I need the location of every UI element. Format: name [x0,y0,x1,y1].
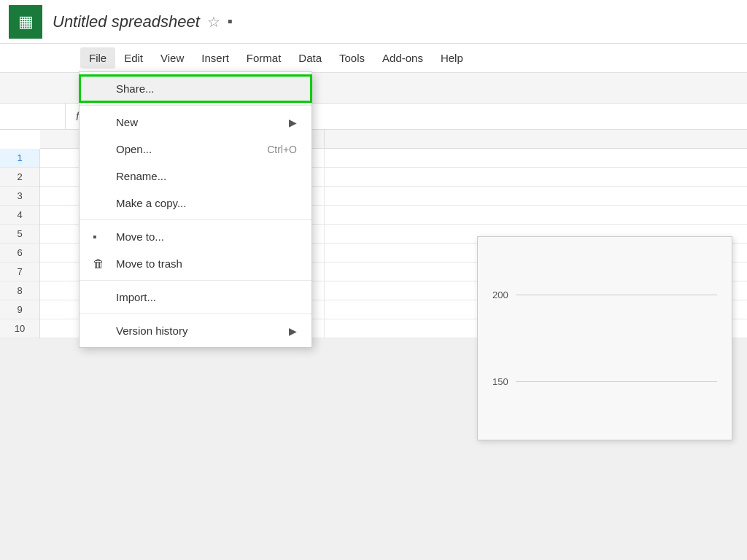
row-num-7: 7 [0,262,39,281]
menu-item-new[interactable]: New ▶ [80,109,311,136]
row-num-9: 9 [0,300,39,319]
file-dropdown: Share... New ▶ Open... Ctrl+O Rename... … [79,71,312,348]
menu-item-import[interactable]: Import... [80,284,311,311]
chart-bar-200 [516,295,717,295]
chart-bar-150 [516,381,717,382]
row-numbers: 1 2 3 4 5 6 7 8 9 10 [0,149,40,338]
version-history-label: Version history [116,324,187,337]
folder-icon[interactable]: ▪ [228,13,233,30]
share-label: Share... [116,82,155,95]
row-num-5: 5 [0,225,39,244]
dropdown-menu: Share... New ▶ Open... Ctrl+O Rename... … [79,71,312,348]
cell-reference[interactable] [0,104,66,129]
new-label: New [116,116,138,128]
chart-overlay: 200 150 [477,236,732,440]
dropdown-divider-2 [80,219,311,220]
row-num-10: 10 [0,319,39,338]
menu-insert[interactable]: Insert [193,47,238,69]
dropdown-divider-3 [80,280,311,281]
chart-line-150: 150 [492,376,717,387]
top-bar: ▦ Untitled spreadsheet ☆ ▪ [0,0,747,44]
menu-file[interactable]: File [80,47,115,69]
menu-format[interactable]: Format [238,47,290,69]
menu-view[interactable]: View [152,47,193,69]
menu-item-move-trash[interactable]: 🗑 Move to trash [80,250,311,277]
chart-value-150: 150 [492,376,508,387]
row-num-4: 4 [0,206,39,225]
menu-item-make-copy[interactable]: Make a copy... [80,190,311,217]
star-icon[interactable]: ☆ [207,13,220,31]
dropdown-divider-1 [80,105,311,106]
menu-item-rename[interactable]: Rename... [80,163,311,190]
chart-line-200: 200 [492,289,717,300]
trash-icon: 🗑 [93,257,104,271]
version-history-arrow-icon: ▶ [289,325,297,337]
make-copy-label: Make a copy... [116,197,186,209]
menu-item-share[interactable]: Share... [80,75,311,102]
open-label: Open... [116,143,152,155]
move-trash-label: Move to trash [116,257,182,270]
app-logo: ▦ [9,5,42,39]
row-num-1: 1 [0,149,39,168]
menu-bar: File Edit View Insert Format Data Tools … [0,44,747,73]
rename-label: Rename... [116,170,166,182]
menu-tools[interactable]: Tools [330,47,374,69]
row-num-6: 6 [0,244,39,262]
chart-inner: 200 150 [478,237,732,440]
new-arrow-icon: ▶ [289,117,297,128]
row-num-2: 2 [0,168,39,187]
chart-value-200: 200 [492,289,508,300]
move-to-label: Move to... [116,230,164,243]
menu-item-open[interactable]: Open... Ctrl+O [80,136,311,163]
menu-edit[interactable]: Edit [115,47,152,69]
sheets-icon: ▦ [18,12,34,31]
menu-item-move-to[interactable]: ▪ Move to... [80,223,311,250]
row-num-8: 8 [0,281,39,300]
dropdown-divider-4 [80,314,311,314]
import-label: Import... [116,291,156,303]
menu-addons[interactable]: Add-ons [374,47,432,69]
menu-item-version-history[interactable]: Version history ▶ [80,317,311,344]
menu-help[interactable]: Help [432,47,472,69]
title-area: Untitled spreadsheet ☆ ▪ [53,12,233,31]
document-title: Untitled spreadsheet [53,12,200,31]
open-shortcut: Ctrl+O [267,144,297,155]
row-num-3: 3 [0,187,39,206]
menu-data[interactable]: Data [290,47,330,69]
folder-move-icon: ▪ [93,230,97,244]
